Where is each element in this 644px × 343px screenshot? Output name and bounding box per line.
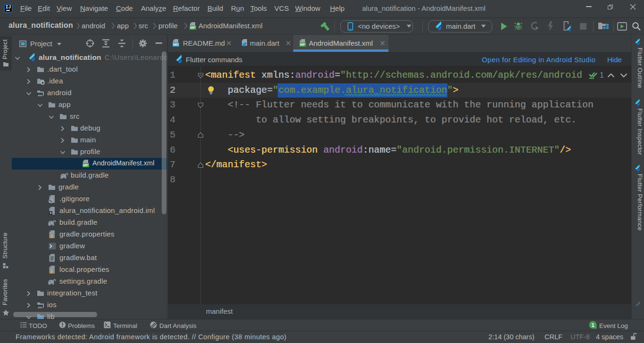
svg-text:MD: MD [173, 42, 179, 47]
svg-text:MF: MF [190, 25, 196, 30]
svg-text:1: 1 [591, 322, 594, 328]
svg-text:MF: MF [300, 42, 305, 47]
svg-text:MF: MF [83, 163, 89, 167]
